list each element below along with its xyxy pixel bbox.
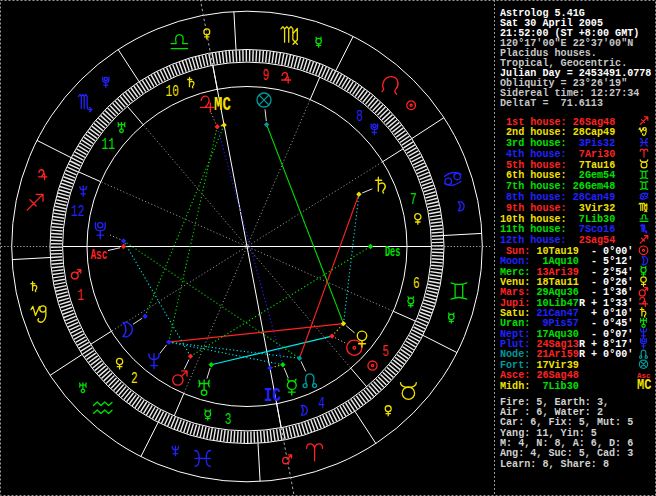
- svg-text:MC: MC: [637, 376, 651, 393]
- svg-text:21Ari59: 21Ari59: [536, 349, 578, 360]
- svg-text:3Pis32: 3Pis32: [573, 138, 615, 149]
- svg-text:12: 12: [71, 202, 84, 221]
- svg-text:6th house:: 6th house:: [500, 170, 567, 181]
- svg-text:7Lib30: 7Lib30: [536, 381, 578, 392]
- svg-text:7Lib30: 7Lib30: [573, 214, 615, 225]
- svg-text:- 1°36': - 1°36': [591, 287, 633, 298]
- svg-text:1Aqu10: 1Aqu10: [536, 256, 578, 267]
- svg-text:Nept:: Nept:: [500, 329, 530, 340]
- svg-text:6: 6: [413, 274, 420, 293]
- svg-text:- 5°12': - 5°12': [591, 256, 633, 267]
- svg-text:7: 7: [410, 190, 417, 209]
- svg-text:- 2°54': - 2°54': [591, 267, 633, 278]
- svg-text:Merc:: Merc:: [500, 267, 530, 278]
- svg-text:4th house:: 4th house:: [500, 149, 567, 160]
- svg-text:MC: MC: [214, 93, 231, 115]
- svg-text:7Sco16: 7Sco16: [573, 224, 615, 235]
- svg-text:8: 8: [356, 107, 363, 126]
- svg-text:+ 0°00': + 0°00': [591, 349, 633, 360]
- svg-text:9th house:: 9th house:: [500, 203, 567, 214]
- svg-text:2Sag54: 2Sag54: [573, 235, 615, 246]
- svg-text:Midh:: Midh:: [500, 381, 530, 392]
- svg-text:Learn: 8, Share: 8: Learn: 8, Share: 8: [500, 459, 609, 470]
- svg-text:2: 2: [131, 369, 138, 388]
- svg-text:Satu:: Satu:: [500, 308, 530, 319]
- svg-text:Des: Des: [385, 243, 400, 260]
- svg-text:7Tau16: 7Tau16: [573, 160, 615, 171]
- svg-text:11: 11: [102, 134, 115, 153]
- svg-text:1: 1: [77, 286, 84, 305]
- svg-text:3rd house:: 3rd house:: [500, 138, 567, 149]
- svg-text:3: 3: [225, 410, 232, 429]
- svg-text:+ 0°10': + 0°10': [591, 308, 633, 319]
- svg-text:26Gem48: 26Gem48: [573, 181, 615, 192]
- svg-text:29Aqu36: 29Aqu36: [536, 287, 578, 298]
- svg-text:1st house:: 1st house:: [500, 117, 567, 128]
- svg-text:Asc: Asc: [91, 245, 108, 263]
- svg-text:17Aqu30: 17Aqu30: [536, 329, 578, 340]
- svg-text:3Vir32: 3Vir32: [573, 203, 615, 214]
- svg-text:26Sag48: 26Sag48: [573, 117, 615, 128]
- svg-text:Moon:: Moon:: [500, 256, 530, 267]
- svg-text:Node:: Node:: [500, 349, 530, 360]
- svg-text:- 0°07': - 0°07': [591, 329, 633, 340]
- svg-text:5th house:: 5th house:: [500, 160, 567, 171]
- svg-text:9: 9: [263, 66, 270, 85]
- svg-text:R: R: [579, 349, 586, 360]
- svg-text:DeltaT = 71.6113: DeltaT = 71.6113: [500, 98, 603, 109]
- svg-text:11th house:: 11th house:: [500, 224, 567, 235]
- svg-text:10th house:: 10th house:: [500, 214, 567, 225]
- svg-text:12th house:: 12th house:: [500, 235, 567, 246]
- svg-text:7Ari30: 7Ari30: [573, 149, 615, 160]
- svg-text:Mars:: Mars:: [500, 287, 530, 298]
- svg-text:13Ari39: 13Ari39: [536, 267, 578, 278]
- svg-text:7th house:: 7th house:: [500, 181, 567, 192]
- svg-text:R: R: [579, 298, 586, 309]
- svg-text:Asce:: Asce:: [500, 370, 530, 381]
- svg-text:28Can49: 28Can49: [573, 192, 615, 203]
- svg-text:26Sag48: 26Sag48: [536, 370, 578, 381]
- svg-text:IC: IC: [264, 384, 281, 406]
- svg-text:28Cap49: 28Cap49: [573, 127, 615, 138]
- svg-text:2nd house:: 2nd house:: [500, 127, 567, 138]
- svg-text:5: 5: [382, 341, 389, 360]
- svg-text:10: 10: [166, 82, 179, 101]
- svg-text:21Can47: 21Can47: [536, 308, 578, 319]
- svg-text:2Gem54: 2Gem54: [573, 170, 615, 181]
- svg-text:4: 4: [318, 394, 325, 413]
- svg-text:8th house:: 8th house:: [500, 192, 567, 203]
